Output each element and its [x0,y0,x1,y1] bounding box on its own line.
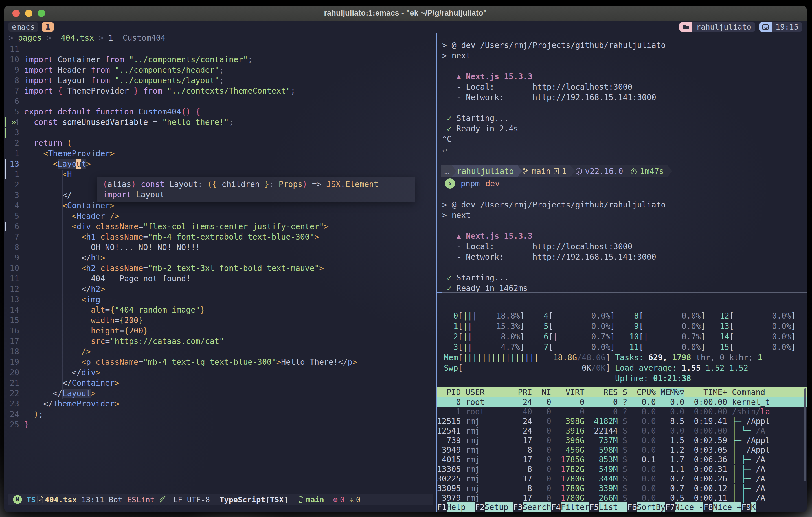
code-buffer[interactable]: 1110import Container from "../components… [4,44,436,430]
terminal-line: - Network: http://192.168.15.141:3000 [442,252,807,262]
htop-function-key-bar: F1Help F2Setup F3SearchF4FilterF5List F6… [437,503,807,513]
code-line[interactable]: 10import Container from "../components/c… [4,54,436,65]
fkey-action[interactable]: Nice - [675,503,703,513]
code-line[interactable]: 6 <div className="flex-col items-center … [4,221,436,232]
fkey-label[interactable]: F1 [437,503,446,513]
code-line[interactable]: 20 </div> [4,367,436,378]
code-line[interactable]: 13 <img [4,294,436,305]
code-line[interactable]: 18 /> [4,346,436,357]
line-number: 24 [4,409,24,420]
fkey-action[interactable]: Nice + [713,503,742,513]
code-line[interactable]: »4 const someUnusedVariable = "hello the… [4,117,436,127]
process-row-selected[interactable]: 0 root 24 0 0 0 ? 0.0 0.0 0:00.00 kernel… [437,397,807,407]
code-line[interactable]: 13 <Layout> [4,159,436,169]
code-line[interactable]: 24 ); [4,409,436,420]
code-line[interactable]: 14 alt={"404 random image"} [4,305,436,315]
code-line[interactable]: 7 <h1 className="mb-4 font-extrabold tex… [4,232,436,242]
tmux-user-badge[interactable]: rahuljuliato [679,22,755,32]
close-button[interactable] [12,9,20,17]
zoom-button[interactable] [38,9,45,17]
fkey-action[interactable]: SortBy [637,503,665,513]
line-number: 1 [4,169,24,180]
fringe-arrow-marker: » [11,117,16,127]
svg-text:s: s [578,170,580,173]
code-line[interactable]: 17 src="https://cataas.com/cat" [4,336,436,346]
process-table-header[interactable]: PID USER PRI NI VIRT RES S CPU% MEM%▽ TI… [437,387,807,397]
code-line[interactable]: 21 </Container> [4,378,436,388]
code-text: </Layout> [24,388,96,399]
code-line[interactable]: 11 404 - Page not found! [4,273,436,284]
code-line[interactable]: 4 <Container> [4,201,436,211]
cpu-meter-row: 1[|| 15.3%] 5[ 0.0%] 9[ 0.0%] 13[ 0.0%] [444,321,807,332]
code-line[interactable]: 8 OH NO!... NO! NO! NO!!! [4,242,436,252]
code-line[interactable]: 5 <Header /> [4,211,436,221]
code-line[interactable]: 15 width={200} [4,315,436,326]
htop-pane[interactable]: 0[||| 18.8%] 4[ 0.0%] 8[ 0.0%] 12[ 0.0%]… [437,293,807,513]
line-number: 10 [4,263,24,273]
code-line[interactable]: 11 [4,44,436,54]
code-line[interactable]: 10 <h2 className="mb-2 text-3xl font-bol… [4,263,436,273]
line-number: 6 [4,96,24,107]
tmux-window-index[interactable]: 1 [42,22,53,32]
code-line[interactable]: 8import Layout from "../components/layou… [4,75,436,86]
tmux-session-name[interactable]: emacs [8,22,38,32]
tmux-clock-badge[interactable]: 19:15 [759,22,803,32]
code-line[interactable]: 3 [4,127,436,138]
process-row[interactable]: 4015 rmj 17 0 1785G 853M S 0.1 1.7 0:06.… [437,455,807,464]
tmux-status-bar: emacs 1 rahuljuliato 19:15 [4,21,807,33]
code-line[interactable]: 16 height={200} [4,326,436,336]
fkey-action[interactable]: K [751,503,756,513]
process-row[interactable]: 1 root 40 0 0 0 ? 0.0 0.0 0:00.00 /sbin/… [437,407,807,417]
fkey-action[interactable]: Search [523,503,551,513]
code-line[interactable]: 9import Header from "../components/heade… [4,65,436,75]
fkey-label[interactable]: F9 [742,503,751,513]
fkey-label[interactable]: F6 [627,503,637,513]
fkey-label[interactable]: F3 [513,503,523,513]
fkey-action[interactable]: Filter [561,503,589,513]
terminal-line [442,61,807,71]
code-line[interactable]: 5export default function Custom404() { [4,107,436,117]
diff-gutter-indicator [5,170,6,179]
process-row[interactable]: 12541 rmj 24 0 391G 22144 S 0.0 0.0 0:00… [437,426,807,436]
process-row[interactable]: 3949 rmj 8 0 456G 598M S 0.0 1.2 0:03.05… [437,446,807,455]
fkey-label[interactable]: F5 [589,503,599,513]
code-line[interactable]: 22 </Layout> [4,388,436,399]
breadcrumb[interactable]: > pages > 404.tsx > 1 Custom404 [4,33,436,44]
process-row[interactable]: 3979 rmj 17 0 1780G 266M S 0.0 0.5 0:00.… [437,493,807,503]
code-line[interactable]: 9 </h1> [4,252,436,263]
code-text: alt={"404 random image"} [24,305,205,315]
code-line[interactable]: 25} [4,420,436,430]
code-line[interactable]: 7import { ThemeProvider } from "../conte… [4,86,436,96]
process-row[interactable]: 13305 rmj 8 0 1782G 549M S 0.0 1.1 0:00.… [437,464,807,474]
process-row[interactable]: 739 rmj 17 0 396G 737M S 0.0 1.5 0:02.59… [437,436,807,446]
terminal-line: ^C [442,134,807,144]
process-row[interactable]: 30225 rmj 17 0 1780G 344M S 0.0 0.7 0:00… [437,474,807,484]
code-line[interactable]: 19 <p className="mb-4 text-lg text-blue-… [4,357,436,367]
fkey-action[interactable]: Setup [485,503,513,513]
fkey-action[interactable]: Help [446,503,475,513]
dev-server-terminal[interactable]: > @ dev /Users/rmj/Projects/github/rahul… [437,33,807,292]
fkey-label[interactable]: F7 [665,503,675,513]
code-line[interactable]: 1 <ThemeProvider> [4,148,436,159]
line-number: 13 [4,159,24,169]
scrollbar[interactable] [804,389,806,482]
process-row[interactable]: 12515 rmj 24 0 398G 4182M S 0.0 8.5 0:19… [437,417,807,426]
fkey-label[interactable]: F8 [703,503,713,513]
fkey-label[interactable]: F4 [551,503,561,513]
code-line[interactable]: 23 </ThemeProvider> [4,399,436,409]
terminal-line: ✓ Starting... [442,273,807,283]
minimize-button[interactable] [25,9,32,17]
cpu-meter-row: 0[||| 18.8%] 4[ 0.0%] 8[ 0.0%] 12[ 0.0%] [444,311,807,321]
code-line[interactable]: 2 return ( [4,138,436,148]
process-row[interactable]: 33095 rmj 8 0 1780G 339M S 0.0 0.7 0:00.… [437,484,807,493]
fkey-label[interactable]: F2 [475,503,485,513]
code-line[interactable]: 6 [4,96,436,107]
line-number: 8 [4,75,24,86]
emacs-pane[interactable]: > pages > 404.tsx > 1 Custom404 1110impo… [4,33,436,513]
eslint-label: ESLint [127,495,155,504]
fkey-action[interactable]: List [599,503,627,513]
code-line[interactable]: 12 </h2> [4,284,436,294]
line-number: 6 [4,221,24,232]
code-text: </h2> [24,284,105,294]
command-line[interactable]: › pnpm dev [445,178,807,189]
